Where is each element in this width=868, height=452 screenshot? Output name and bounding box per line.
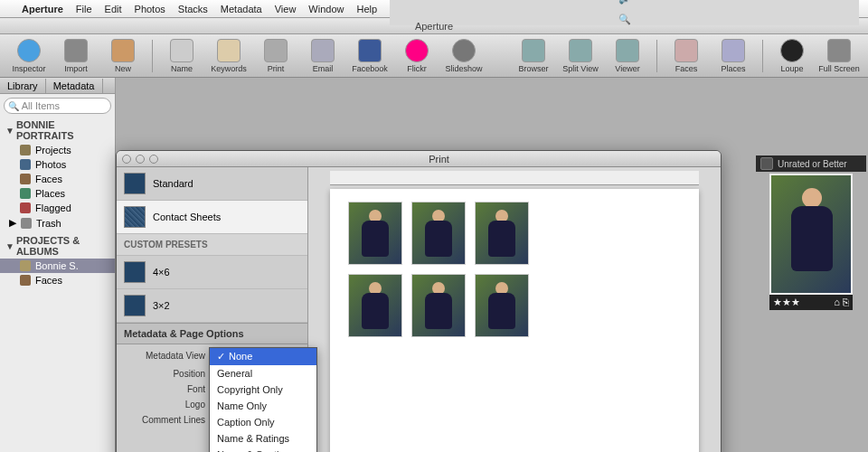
menu-window[interactable]: Window	[308, 4, 344, 14]
tool-facebook[interactable]: Facebook	[348, 39, 392, 73]
tool-email[interactable]: Email	[301, 39, 344, 73]
filmstrip-thumbnail[interactable]	[769, 174, 853, 295]
print-sheet: Print Standard Contact Sheets CUSTOM PRE…	[116, 150, 722, 452]
sidebar-item-places[interactable]: Places	[0, 186, 115, 201]
traffic-min[interactable]	[136, 155, 145, 164]
tool-browser[interactable]: Browser	[512, 39, 555, 73]
print-preview	[330, 189, 699, 452]
sidebar-item-faces[interactable]: Faces	[0, 172, 115, 186]
menu-help[interactable]: Help	[356, 4, 377, 14]
app-menu[interactable]: Aperture	[22, 4, 63, 14]
ruler	[330, 171, 699, 185]
filter-label: Unrated or Better	[778, 159, 847, 169]
filter-icon	[760, 157, 773, 170]
tab-library[interactable]: Library	[0, 79, 46, 93]
tool-viewer[interactable]: Viewer	[606, 39, 649, 73]
disclosure-icon: ▶	[9, 217, 16, 229]
sidebar-item-flagged[interactable]: Flagged	[0, 201, 115, 215]
menu-metadata[interactable]: Metadata	[221, 4, 262, 14]
preset-contact-sheets[interactable]: Contact Sheets	[117, 201, 307, 234]
menu-photos[interactable]: Photos	[135, 4, 165, 14]
traffic-zoom[interactable]	[149, 155, 158, 164]
label-font: Font	[124, 384, 205, 394]
preview-photo[interactable]	[348, 274, 402, 337]
metadata-view-menu: None General Copyright Only Name Only Ca…	[209, 347, 317, 452]
menu-edit[interactable]: Edit	[105, 4, 122, 14]
sidebar-item-trash[interactable]: ▶Trash	[0, 215, 115, 231]
preset-standard[interactable]: Standard	[117, 167, 307, 201]
tool-slideshow[interactable]: Slideshow	[442, 39, 486, 73]
tool-flickr[interactable]: Flickr	[395, 39, 439, 73]
sidebar-item-projects[interactable]: Projects	[0, 143, 115, 157]
preset-group-custom: CUSTOM PRESETS	[117, 234, 307, 256]
sidebar: Library Metadata 🔍 All Items ▼ BONNIE PO…	[0, 78, 116, 452]
toolbar: Inspector Import New Name Keywords Print…	[0, 34, 868, 78]
section-header-2[interactable]: ▼ PROJECTS & ALBUMS	[0, 233, 115, 259]
tool-import[interactable]: Import	[54, 39, 98, 73]
filmstrip: Unrated or Better ★★★⌂ ⎘	[756, 155, 866, 310]
menu-item-general[interactable]: General	[210, 365, 316, 381]
sheet-title: Print	[163, 154, 715, 165]
menu-item-name-ratings[interactable]: Name & Ratings	[210, 430, 316, 447]
menubar: Aperture File Edit Photos Stacks Metadat…	[0, 0, 868, 18]
tool-fullscreen[interactable]: Full Screen	[817, 39, 861, 73]
traffic-close[interactable]	[122, 155, 131, 164]
search-input[interactable]: 🔍 All Items	[4, 98, 111, 114]
thumbnail-rating: ★★★⌂ ⎘	[769, 295, 853, 310]
menu-stacks[interactable]: Stacks	[178, 4, 208, 14]
menu-item-name-caption[interactable]: Name & Caption	[210, 447, 316, 452]
filter-bar[interactable]: Unrated or Better	[756, 155, 866, 172]
preview-photo[interactable]	[475, 274, 529, 337]
label-metadata-view: Metadata View	[124, 351, 205, 361]
menu-item-copyright[interactable]: Copyright Only	[210, 381, 316, 398]
preset-4x6[interactable]: 4×6	[117, 256, 307, 289]
tab-metadata[interactable]: Metadata	[46, 79, 103, 93]
tool-loupe[interactable]: Loupe	[770, 39, 814, 73]
preview-photo[interactable]	[411, 274, 466, 337]
label-logo: Logo	[124, 400, 205, 410]
section-header-1[interactable]: ▼ BONNIE PORTRAITS	[0, 118, 115, 143]
sidebar-item-photos[interactable]: Photos	[0, 157, 115, 172]
menu-file[interactable]: File	[76, 4, 92, 14]
spotlight-icon[interactable]: 🔍	[618, 14, 631, 25]
label-comment-lines: Comment Lines	[124, 415, 205, 425]
tool-inspector[interactable]: Inspector	[7, 39, 51, 73]
menu-item-name-only[interactable]: Name Only	[210, 398, 316, 414]
sidebar-item-bonnie[interactable]: Bonnie S.	[0, 259, 115, 273]
tool-faces[interactable]: Faces	[665, 39, 708, 73]
preview-photo[interactable]	[411, 202, 466, 265]
preview-photo[interactable]	[348, 202, 402, 265]
tool-splitview[interactable]: Split View	[559, 39, 602, 73]
preset-3x2[interactable]: 3×2	[117, 289, 307, 323]
volume-icon[interactable]: 🔊	[618, 0, 631, 5]
menu-view[interactable]: View	[275, 4, 297, 14]
tool-places[interactable]: Places	[712, 39, 755, 73]
tool-print[interactable]: Print	[254, 39, 297, 73]
badge-icon: ⌂ ⎘	[834, 297, 849, 308]
label-position: Position	[124, 369, 205, 379]
menu-item-none[interactable]: None	[210, 348, 316, 365]
pane-header-metadata-options: Metadata & Page Options	[117, 323, 307, 344]
tool-keywords[interactable]: Keywords	[207, 39, 250, 73]
preview-photo[interactable]	[475, 202, 529, 265]
sidebar-item-faces-album[interactable]: Faces	[0, 273, 115, 287]
menu-item-caption-only[interactable]: Caption Only	[210, 414, 316, 430]
tool-name[interactable]: Name	[160, 39, 203, 73]
tool-new[interactable]: New	[101, 39, 145, 73]
